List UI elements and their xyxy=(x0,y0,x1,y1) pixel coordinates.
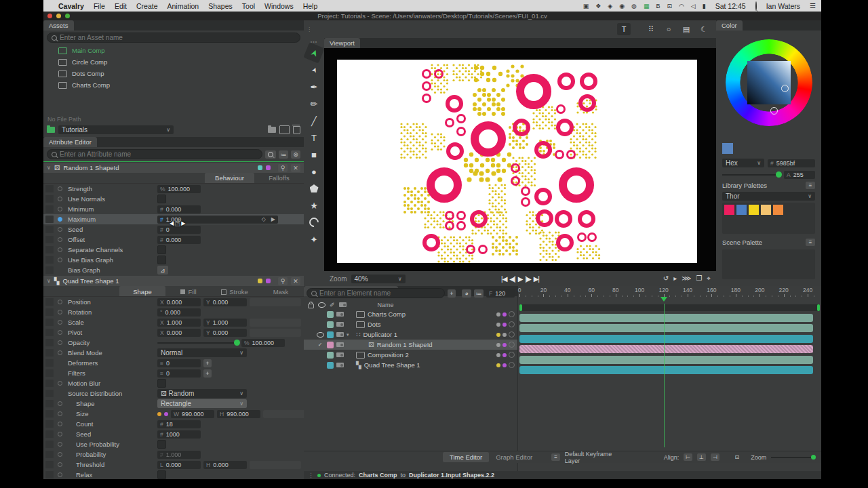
layer-color-chip[interactable] xyxy=(327,321,334,328)
menu-item-file[interactable]: File xyxy=(94,2,105,10)
node-header-random-1-shapeid[interactable]: ∨⚄Random 1 ShapeId⚲✕ xyxy=(43,163,304,173)
asset-item-dots-comp[interactable]: Dots Comp xyxy=(43,68,304,79)
clear-search-icon[interactable]: ⊗ xyxy=(291,150,300,159)
attr-field[interactable]: %100.000 xyxy=(157,185,201,193)
battery-icon[interactable]: ▮ xyxy=(703,3,706,9)
frame-all-icon[interactable]: ⊡ xyxy=(732,453,741,461)
io-dot[interactable] xyxy=(496,312,500,317)
collapse-chevron-icon[interactable]: ∨ xyxy=(47,165,51,171)
checkbox[interactable] xyxy=(157,440,166,449)
io-ring-icon[interactable] xyxy=(509,352,515,358)
io-ring-icon[interactable] xyxy=(509,331,515,338)
timeline-track-bar[interactable] xyxy=(519,345,813,353)
tab-fill[interactable]: Fill xyxy=(165,286,212,296)
tab-assets[interactable]: Assets xyxy=(43,20,74,30)
attr-field[interactable]: X0.000 xyxy=(157,329,201,337)
project-dropdown[interactable]: Tutorials∨ xyxy=(58,125,174,134)
attr-row-motion-blur[interactable]: Motion Blur xyxy=(43,378,304,388)
keyframe-circle[interactable] xyxy=(58,442,62,447)
airplay-icon[interactable]: ⊡ xyxy=(667,3,672,9)
attr-field[interactable]: Y1.000 xyxy=(203,319,247,327)
tab-graph-editor[interactable]: Graph Editor xyxy=(489,452,539,462)
vpn-icon[interactable]: ▦ xyxy=(644,3,650,9)
pin-icon[interactable]: ⚲ xyxy=(278,164,288,172)
go-to-end-button[interactable]: ▶| xyxy=(534,275,539,283)
keyframe-circle[interactable] xyxy=(58,217,62,222)
attr-field[interactable]: °0.000 xyxy=(157,308,201,317)
asset-item-main-comp[interactable]: Main Comp xyxy=(43,45,304,56)
screen-record-icon[interactable]: ▣ xyxy=(583,3,589,9)
slider-knob[interactable] xyxy=(234,340,240,346)
opacity-slider[interactable] xyxy=(157,342,239,344)
io-ring-icon[interactable] xyxy=(509,342,515,348)
add-button[interactable]: + xyxy=(203,359,212,367)
layer-color-chip[interactable] xyxy=(327,342,334,348)
keyframe-circle[interactable] xyxy=(58,381,62,386)
attr-field[interactable]: W990.000 xyxy=(171,410,214,418)
wifi-icon[interactable]: ◠ xyxy=(679,3,684,9)
attr-field[interactable]: H990.000 xyxy=(217,410,260,418)
select-tool[interactable]: ➤ xyxy=(303,42,324,63)
palette-dropdown[interactable]: Thor∨ xyxy=(722,192,815,201)
attr-field[interactable]: L0.000 xyxy=(157,461,201,469)
asset-search-input[interactable]: Enter an Asset name xyxy=(47,33,300,43)
keyframe-circle[interactable] xyxy=(58,401,62,406)
attr-row-rotation[interactable]: Rotation°0.000 xyxy=(43,307,304,317)
layer-row-quad-tree-shape-1[interactable]: ▚Quad Tree Shape 1 xyxy=(304,360,517,370)
menu-item-help[interactable]: Help xyxy=(303,2,318,10)
ellipse-tool[interactable]: ● xyxy=(306,163,322,180)
attr-row-threshold[interactable]: ThresholdL0.000H0.000 xyxy=(43,460,304,470)
attr-field[interactable]: H0.000 xyxy=(203,461,247,469)
menu-item-create[interactable]: Create xyxy=(136,2,158,10)
palette-swatch-1[interactable] xyxy=(736,205,747,215)
attribute-search-input[interactable]: Enter an Attribute name xyxy=(47,149,262,159)
dropbox-icon[interactable]: ❖ xyxy=(595,3,601,9)
package-icon[interactable]: ◈ xyxy=(608,3,612,9)
attr-row-strength[interactable]: Strength%100.000 xyxy=(43,184,304,194)
star-tool[interactable]: ★ xyxy=(306,197,322,214)
attr-field[interactable]: X1.000 xyxy=(157,319,201,327)
ellipse-shape-icon[interactable]: ○ xyxy=(662,23,675,35)
attr-field[interactable]: %100.000 xyxy=(241,339,285,347)
alpha-slider[interactable] xyxy=(722,174,781,176)
keyframe-circle[interactable] xyxy=(58,472,62,477)
tab-mask[interactable]: Mask xyxy=(258,286,304,296)
pin-icon[interactable]: ⚲ xyxy=(278,277,288,285)
menubar-clock[interactable]: Sat 12:45 xyxy=(715,2,746,10)
scene-palette-menu-icon[interactable]: ≡ xyxy=(806,239,815,246)
io-dot[interactable] xyxy=(502,312,507,317)
attr-field[interactable]: ≡0 xyxy=(157,359,201,367)
pen-tool[interactable]: ✒ xyxy=(306,79,322,95)
filmstrip-icon[interactable]: ▤ xyxy=(679,23,693,35)
go-to-start-button[interactable]: |◀ xyxy=(501,275,507,283)
layer-row-duplicator-1[interactable]: ▾∷Duplicator 1 xyxy=(304,329,517,340)
palette-swatch-4[interactable] xyxy=(773,205,783,215)
fast-forward-icon[interactable]: ⋙ xyxy=(682,274,691,283)
visibility-eye-icon[interactable] xyxy=(317,332,324,338)
saturation-value-square[interactable] xyxy=(747,61,791,104)
menubar-user[interactable]: Ian Waters xyxy=(766,2,800,10)
crescent-icon[interactable]: ☾ xyxy=(697,23,711,35)
layer-color-chip[interactable] xyxy=(327,352,334,359)
attr-row-position[interactable]: PositionX0.000Y0.000 xyxy=(43,297,304,307)
tab-viewport[interactable]: Viewport xyxy=(324,38,360,48)
expand-chevron-icon[interactable]: ▾ xyxy=(347,332,353,338)
attr-row-probability[interactable]: Probability#1.000 xyxy=(43,449,304,460)
io-dot[interactable] xyxy=(496,353,500,357)
arc-tool[interactable] xyxy=(306,214,322,230)
attr-field[interactable]: #1000 xyxy=(157,430,201,439)
attr-row-minimum[interactable]: Minimum#0.000 xyxy=(43,204,304,214)
keyframe-diamond-icon[interactable]: ◇ xyxy=(262,216,266,222)
keyframe-circle[interactable] xyxy=(58,350,62,355)
attr-row-shape[interactable]: ShapeRectangle∨ xyxy=(43,399,304,409)
layer-row-dots[interactable]: Dots xyxy=(304,319,517,329)
keyframe-circle[interactable] xyxy=(58,411,62,416)
attr-field[interactable]: #0.000 xyxy=(157,236,201,244)
menu-item-windows[interactable]: Windows xyxy=(264,2,294,10)
attr-row-deformers[interactable]: Deformers≡0+ xyxy=(43,358,304,368)
timeline-ruler[interactable]: 020406080100120140160180200220240 xyxy=(518,286,821,304)
collapse-chevron-icon[interactable]: ∨ xyxy=(47,278,51,284)
palette-swatch-0[interactable] xyxy=(724,205,734,215)
checkbox[interactable] xyxy=(157,256,166,264)
timeline-track-bar[interactable] xyxy=(519,356,813,364)
